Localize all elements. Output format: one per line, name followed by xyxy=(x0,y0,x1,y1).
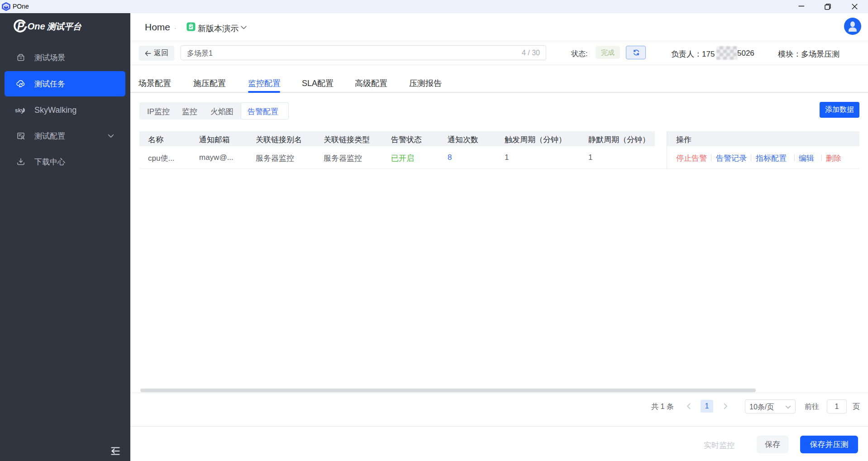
svg-text:sky: sky xyxy=(15,107,24,114)
svg-text:测试平台: 测试平台 xyxy=(47,22,82,31)
svg-text:P: P xyxy=(17,20,24,32)
svg-text:-One: -One xyxy=(24,21,45,31)
